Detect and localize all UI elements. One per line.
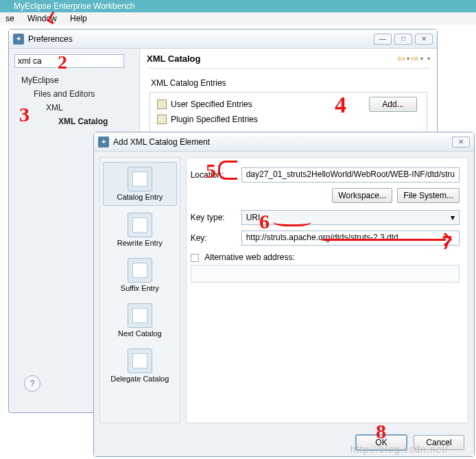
alt-address-checkbox[interactable]	[191, 254, 199, 262]
tree-files-and-editors[interactable]: Files and Editors	[14, 87, 134, 101]
suffix-entry-icon	[128, 258, 152, 283]
preferences-titlebar: ✦ Preferences — □ ✕	[9, 30, 437, 49]
tree-myeclipse[interactable]: MyEclipse	[14, 73, 134, 87]
dialog-close-button[interactable]: ✕	[452, 137, 470, 148]
preferences-title: Preferences	[28, 34, 374, 44]
back-arrow-icon[interactable]: ⇦	[396, 53, 407, 64]
side-delegate-catalog[interactable]: Delegate Catalog	[103, 344, 177, 387]
delegate-catalog-icon	[128, 349, 152, 373]
forward-menu-icon[interactable]: ▾	[420, 56, 423, 62]
entry-label: User Specified Entries	[171, 97, 252, 112]
folder-icon	[157, 99, 167, 109]
app-titlebar: MyEclipse Enterprise Workbench	[0, 0, 476, 12]
alt-address-label: Alternative web address:	[204, 252, 294, 262]
entry-plugin-specified[interactable]: Plugin Specified Entries	[157, 112, 358, 127]
menu-help[interactable]: Help	[64, 12, 93, 25]
entry-label: Plugin Specified Entries	[171, 112, 258, 127]
workspace-button[interactable]: Workspace...	[332, 188, 392, 203]
side-next-catalog[interactable]: Next Catalog	[103, 299, 177, 342]
entries-label: XML Catalog Entries	[151, 78, 430, 88]
forward-arrow-icon[interactable]: ⇨	[409, 53, 420, 64]
content-menu-icon[interactable]: ▾	[427, 56, 430, 62]
close-button[interactable]: ✕	[415, 34, 433, 45]
menu-se[interactable]: se	[0, 12, 20, 25]
dialog-icon: ✦	[98, 137, 109, 148]
side-suffix-entry[interactable]: Suffix Entry	[103, 254, 177, 296]
preferences-icon: ✦	[13, 34, 24, 45]
add-catalog-dialog: ✦ Add XML Catalog Element ✕ Catalog Entr…	[93, 132, 475, 457]
location-label: Location:	[191, 170, 237, 180]
side-label: Catalog Entry	[105, 193, 175, 201]
add-dialog-titlebar: ✦ Add XML Catalog Element ✕	[94, 132, 474, 152]
help-button[interactable]: ?	[24, 375, 40, 392]
keytype-value: URI	[246, 213, 261, 222]
location-input[interactable]: day27_01_struts2HelloWorld/WebRoot/WEB-I…	[241, 167, 460, 183]
entry-user-specified[interactable]: User Specified Entries	[157, 97, 358, 112]
side-rewrite-entry[interactable]: Rewrite Entry	[103, 209, 177, 251]
catalog-entry-icon	[128, 167, 152, 191]
minimize-button[interactable]: —	[374, 34, 392, 45]
tree-xml[interactable]: XML	[14, 101, 134, 115]
side-label: Delegate Catalog	[104, 375, 176, 383]
keytype-select[interactable]: URI ▾	[241, 210, 460, 225]
content-heading: XML Catalog	[147, 54, 396, 64]
watermark: http://blog.csdn.net/	[350, 444, 449, 455]
maximize-button[interactable]: □	[394, 34, 412, 45]
side-catalog-entry[interactable]: Catalog Entry	[103, 162, 177, 206]
alt-address-input	[191, 265, 460, 283]
side-label: Suffix Entry	[104, 284, 176, 292]
key-input[interactable]: http://struts.apache.org/dtds/struts-2.3…	[241, 231, 460, 246]
side-label: Next Catalog	[104, 329, 176, 338]
key-label: Key:	[191, 233, 237, 243]
entry-type-list: Catalog Entry Rewrite Entry Suffix Entry…	[99, 157, 180, 423]
menu-window[interactable]: Window	[22, 12, 62, 25]
menubar: se Window Help	[0, 12, 476, 25]
keytype-label: Key type:	[191, 213, 237, 222]
folder-icon	[157, 115, 167, 124]
side-label: Rewrite Entry	[104, 239, 176, 247]
chevron-down-icon: ▾	[451, 213, 455, 222]
file-system-button[interactable]: File System...	[397, 188, 460, 203]
preferences-search-input[interactable]	[14, 54, 124, 68]
add-dialog-title: Add XML Catalog Element	[113, 137, 452, 147]
rewrite-entry-icon	[128, 213, 152, 237]
catalog-entry-form: Location: day27_01_struts2HelloWorld/Web…	[186, 157, 468, 423]
preferences-tree: MyEclipse Files and Editors XML XML Cata…	[14, 73, 134, 128]
add-button[interactable]: Add...	[369, 97, 417, 112]
tree-xml-catalog[interactable]: XML Catalog	[14, 115, 134, 128]
next-catalog-icon	[128, 303, 152, 328]
